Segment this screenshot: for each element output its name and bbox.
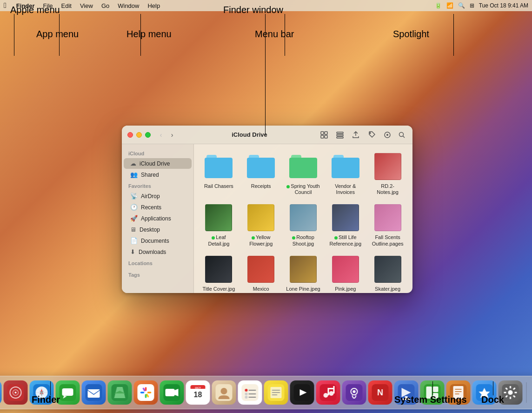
tag-button[interactable] xyxy=(365,130,378,140)
maximize-button[interactable] xyxy=(145,132,151,138)
file-title-cover-label: Title Cover.jpg xyxy=(202,286,235,292)
file-lone-pine[interactable]: Lone Pine.jpeg xyxy=(284,253,323,293)
shared-icon: 👥 xyxy=(130,171,138,178)
file-receipts[interactable]: Receipts xyxy=(242,150,280,197)
file-fall-scents-label: Fall Scents Outline.pages xyxy=(370,234,405,246)
dock-calendar[interactable]: 18OCT xyxy=(186,380,210,405)
file-skater-label: Skater.jpeg xyxy=(375,286,400,292)
dock-launchpad[interactable] xyxy=(4,380,28,405)
file-vendor-invoices[interactable]: Vendor & Invoices xyxy=(326,150,365,197)
file-spring-youth[interactable]: Spring Youth Council xyxy=(284,150,323,197)
sidebar-item-shared[interactable]: 👥 Shared xyxy=(124,169,192,180)
sidebar-item-downloads[interactable]: ⬇ Downloads xyxy=(124,246,192,257)
svg-rect-83 xyxy=(433,386,439,392)
back-button[interactable]: ‹ xyxy=(156,130,166,140)
dock-numbers[interactable] xyxy=(420,380,445,405)
dock-maps[interactable] xyxy=(108,380,132,405)
dock-mail[interactable] xyxy=(82,380,106,405)
search-button[interactable] xyxy=(397,130,407,140)
svg-line-39 xyxy=(141,392,144,393)
svg-point-67 xyxy=(324,393,328,398)
dock-system-settings[interactable] xyxy=(499,380,523,405)
image-mexico-city-icon xyxy=(246,254,276,284)
dock-contacts[interactable] xyxy=(212,380,236,405)
cloud-icon: ☁ xyxy=(130,160,136,167)
svg-rect-1 xyxy=(325,132,327,134)
dock-photos[interactable] xyxy=(134,380,158,405)
battery-icon: 🔋 xyxy=(435,2,442,9)
traffic-lights xyxy=(127,132,151,138)
svg-rect-4 xyxy=(337,132,343,133)
sidebar-item-applications[interactable]: 🚀 Applications xyxy=(124,213,192,224)
svg-line-10 xyxy=(403,136,405,138)
sidebar-item-documents[interactable]: 📄 Documents xyxy=(124,235,192,246)
forward-button[interactable]: › xyxy=(167,130,177,140)
window-menu[interactable]: Window xyxy=(114,1,142,10)
dock-appletv[interactable] xyxy=(290,380,314,405)
airdrop-icon: 📡 xyxy=(130,193,138,200)
svg-point-8 xyxy=(386,134,388,136)
sidebar: iCloud ☁ iCloud Drive 👥 Shared Favorites… xyxy=(122,144,194,293)
dock-messages[interactable] xyxy=(56,380,80,405)
help-menu[interactable]: Help xyxy=(144,1,163,10)
svg-point-74 xyxy=(353,390,356,393)
dock-keynote[interactable] xyxy=(394,380,419,405)
sidebar-item-icloud-drive[interactable]: ☁ iCloud Drive xyxy=(124,158,192,169)
dock-trash[interactable] xyxy=(531,380,532,405)
sidebar-section-favorites: Favorites xyxy=(122,180,193,190)
file-still-life[interactable]: Still Life Reference.jpg xyxy=(326,201,365,248)
search-icon[interactable]: 🔍 xyxy=(458,2,465,9)
file-receipts-label: Receipts xyxy=(251,183,271,189)
minimize-button[interactable] xyxy=(136,132,142,138)
file-mexico-city[interactable]: Mexico City.jpeg xyxy=(242,253,280,293)
dock-safari[interactable] xyxy=(30,380,54,405)
file-rail-chasers[interactable]: Rail Chasers xyxy=(200,150,238,197)
nav-buttons: ‹ › xyxy=(156,130,177,140)
dock-pages[interactable] xyxy=(446,380,471,405)
toolbar-icons xyxy=(318,130,407,140)
dock-news[interactable]: N xyxy=(368,380,392,405)
svg-rect-86 xyxy=(453,386,464,399)
window-title: iCloud Drive xyxy=(181,131,318,138)
file-menu[interactable]: File xyxy=(40,1,56,10)
file-rail-chasers-label: Rail Chasers xyxy=(204,183,233,189)
file-fall-scents[interactable]: Fall Scents Outline.pages xyxy=(368,201,407,248)
file-leaf-detail[interactable]: Leaf Detail.jpg xyxy=(200,201,238,248)
sidebar-item-airdrop[interactable]: 📡 AirDrop xyxy=(124,191,192,201)
file-spring-youth-label: Spring Youth Council xyxy=(286,183,321,195)
action-button[interactable] xyxy=(381,130,394,140)
documents-icon: 📄 xyxy=(130,237,138,244)
close-button[interactable] xyxy=(127,132,133,138)
dock-finder[interactable] xyxy=(0,380,2,405)
file-title-cover[interactable]: Title Cover.jpg xyxy=(200,253,238,293)
dock-music[interactable] xyxy=(316,380,340,405)
file-yellow-flower[interactable]: Yellow Flower.jpg xyxy=(242,201,280,248)
folder-receipts-icon xyxy=(246,152,276,181)
view-grid-button[interactable] xyxy=(318,130,331,140)
svg-text:OCT: OCT xyxy=(195,386,201,389)
view-menu[interactable]: View xyxy=(77,1,96,10)
file-skater[interactable]: Skater.jpeg xyxy=(368,253,407,293)
dock-podcasts[interactable] xyxy=(342,380,366,405)
dock-facetime[interactable] xyxy=(160,380,184,405)
apple-menu-button[interactable]:  xyxy=(4,1,7,10)
go-menu[interactable]: Go xyxy=(98,1,113,10)
file-pink[interactable]: Pink.jpeg xyxy=(326,253,365,293)
edit-menu[interactable]: Edit xyxy=(58,1,75,10)
dock-appstore[interactable] xyxy=(472,380,497,405)
svg-rect-84 xyxy=(433,393,439,399)
control-center-icon[interactable]: ⊞ xyxy=(470,2,474,9)
sidebar-item-desktop[interactable]: 🖥 Desktop xyxy=(124,224,192,235)
finder-menu[interactable]: Finder xyxy=(13,1,38,10)
view-options-button[interactable] xyxy=(333,130,346,140)
file-rooftop-shoot[interactable]: Rooftop Shoot.jpg xyxy=(284,201,323,248)
file-rd2-notes[interactable]: RD.2-Notes.jpg xyxy=(368,150,407,197)
dock-notes[interactable] xyxy=(264,380,288,405)
sidebar-item-recents[interactable]: 🕐 Recents xyxy=(124,202,192,213)
title-bar: ‹ › iCloud Drive xyxy=(122,126,412,144)
share-button[interactable] xyxy=(349,130,362,140)
dock-reminders[interactable] xyxy=(238,380,262,405)
menu-right: 🔋 📶 🔍 ⊞ Tue Oct 18 9:41 AM xyxy=(435,2,528,9)
folder-spring-youth-icon xyxy=(288,152,318,181)
svg-rect-0 xyxy=(321,132,324,134)
